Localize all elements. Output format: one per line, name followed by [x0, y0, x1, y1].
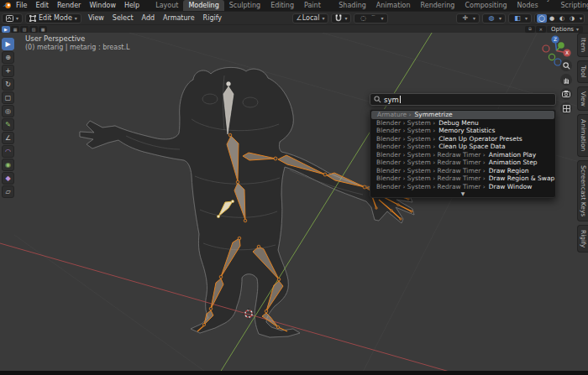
- chevron-down-icon: ▾: [576, 26, 579, 32]
- result-path: Blender › System › Redraw Timer ›: [376, 174, 486, 182]
- search-result-row[interactable]: Blender › System › Clean Up Operator Pre…: [370, 135, 555, 143]
- result-path: Blender › System ›: [376, 127, 435, 134]
- orientation-label: Local: [302, 14, 320, 22]
- viewport-menu-item[interactable]: Select: [108, 14, 138, 22]
- tool-button[interactable]: ◎: [2, 105, 14, 117]
- proportional-edit-toggle[interactable]: ◌ ⌒ ▾: [354, 13, 387, 23]
- perspective-toggle-button[interactable]: [560, 102, 572, 114]
- 3d-viewport[interactable]: User Perspective (0) metarig | metarig :…: [0, 33, 588, 371]
- options-dropdown[interactable]: Options ▾: [547, 26, 583, 33]
- axis-neg-x-ball: [543, 45, 549, 52]
- search-result-row[interactable]: Blender › System › Debug Menu: [370, 119, 555, 128]
- sidebar-tab[interactable]: Item: [577, 33, 588, 57]
- more-results-arrow[interactable]: ▼: [370, 190, 555, 196]
- search-input[interactable]: sym: [370, 93, 556, 106]
- xray-icon: ◧: [512, 13, 522, 23]
- viewport-menu-item[interactable]: Armature: [159, 14, 199, 22]
- top-menu-bar: FileEditRenderWindowHelp LayoutModelingS…: [0, 0, 588, 11]
- tool-button[interactable]: +: [2, 65, 14, 77]
- menu-item[interactable]: Window: [85, 1, 120, 10]
- workspace-tab[interactable]: Layout: [150, 0, 183, 11]
- tool-button[interactable]: ◉: [2, 159, 14, 171]
- tool-button[interactable]: ✎: [2, 118, 14, 131]
- result-path: Blender › System ›: [376, 143, 435, 150]
- tool-button[interactable]: ◠: [2, 145, 14, 158]
- result-path: Blender › System › Redraw Timer ›: [376, 151, 486, 159]
- chevron-down-icon: ▾: [322, 15, 324, 21]
- zoom-button[interactable]: [560, 60, 572, 71]
- shading-material-button[interactable]: ◐: [557, 14, 567, 23]
- workspace-tab[interactable]: Compositing: [459, 0, 512, 11]
- snap-toggle[interactable]: ▾: [331, 13, 351, 23]
- sidebar-tab[interactable]: Animation: [577, 114, 588, 156]
- workspace-tab[interactable]: Scripting: [555, 0, 588, 11]
- menu-item[interactable]: Render: [53, 1, 85, 10]
- workspace-tab[interactable]: Rendering: [416, 0, 460, 11]
- select-mode-difference-button[interactable]: ▨: [29, 26, 38, 33]
- workspace-tab[interactable]: Animation: [371, 0, 416, 11]
- overlays-dropdown[interactable]: ◍ ▾: [482, 13, 506, 23]
- result-name: Animation Step: [489, 159, 538, 166]
- tool-button[interactable]: ▢: [2, 91, 14, 104]
- mirror-icon[interactable]: ⧉: [525, 26, 535, 33]
- workspace-tab[interactable]: Texture Paint: [299, 0, 333, 11]
- menu-item[interactable]: Edit: [31, 1, 53, 10]
- tool-button[interactable]: ↻: [2, 78, 14, 91]
- sidebar-tab[interactable]: View: [577, 86, 588, 112]
- sidebar-tab[interactable]: Rigify: [577, 225, 588, 253]
- menu-item[interactable]: File: [12, 1, 31, 10]
- search-result-row[interactable]: Blender › System › Redraw Timer › Draw R…: [370, 174, 555, 183]
- show-gizmo-dropdown[interactable]: ✛ ▾: [456, 13, 480, 23]
- workspace-tab[interactable]: Geometry Nodes: [512, 0, 556, 11]
- select-mode-extend-button[interactable]: ▦: [11, 26, 19, 33]
- search-result-row[interactable]: Blender › System › Redraw Timer › Animat…: [370, 151, 555, 159]
- tool-button[interactable]: ▱: [2, 185, 14, 198]
- status-bar: [0, 371, 588, 375]
- workspace-tab[interactable]: Sculpting: [224, 0, 265, 11]
- search-result-row[interactable]: Blender › System › Clean Up Space Data: [370, 143, 555, 151]
- mirror-x-icon[interactable]: ✕: [536, 26, 546, 33]
- workspace-tab[interactable]: Shading: [333, 0, 371, 11]
- transform-orientation-dropdown[interactable]: ∠ Local ▾: [292, 13, 329, 23]
- grid-icon: [563, 105, 570, 112]
- result-name: Memory Statistics: [438, 127, 495, 134]
- shading-solid-button[interactable]: ●: [547, 14, 557, 23]
- search-result-row[interactable]: Blender › System › Redraw Timer › Draw R…: [370, 167, 555, 175]
- shading-wireframe-button[interactable]: ◯: [537, 14, 547, 23]
- workspace-tab[interactable]: Modeling: [183, 0, 223, 11]
- viewport-menu-item[interactable]: View: [84, 14, 108, 22]
- sidebar-tab[interactable]: Screencast Keys: [577, 160, 588, 221]
- tool-button[interactable]: ∠: [2, 132, 14, 144]
- 3d-cursor-icon: [243, 308, 255, 320]
- result-path: Blender › System › Redraw Timer ›: [376, 159, 486, 166]
- gizmo-icon: ✛: [460, 13, 470, 23]
- tool-button[interactable]: ⊕: [2, 51, 14, 64]
- chevron-down-icon: ▾: [344, 15, 347, 21]
- xray-dropdown[interactable]: ◧ ▾: [508, 13, 532, 23]
- select-mode-set-button[interactable]: ▶: [2, 26, 10, 33]
- sidebar-tab[interactable]: Tool: [577, 60, 588, 83]
- tool-button[interactable]: ▶: [2, 38, 14, 50]
- svg-text:Z: Z: [554, 36, 557, 42]
- editor-type-button[interactable]: ▾: [2, 13, 23, 23]
- select-mode-subtract-button[interactable]: ▧: [20, 26, 29, 33]
- camera-view-button[interactable]: [560, 88, 572, 100]
- mode-dropdown[interactable]: Edit Mode ▾: [25, 13, 81, 23]
- menu-item[interactable]: Help: [120, 1, 144, 10]
- search-result-row[interactable]: Blender › System › Redraw Timer › Animat…: [370, 159, 555, 167]
- search-result-row[interactable]: Blender › System › Memory Statistics: [370, 127, 555, 135]
- mode-label: Edit Mode: [39, 14, 72, 22]
- search-result-row[interactable]: Armature › Symmetrize: [371, 111, 554, 119]
- shading-rendered-button[interactable]: ◑: [567, 14, 577, 23]
- viewport-menu-item[interactable]: Add: [138, 14, 160, 22]
- workspace-tab[interactable]: UV Editing: [265, 0, 299, 11]
- viewport-menu-item[interactable]: Rigify: [199, 14, 227, 22]
- tool-button[interactable]: ◆: [2, 172, 14, 185]
- search-result-row[interactable]: Blender › System › Redraw Timer › Draw W…: [370, 183, 555, 191]
- chevron-down-icon: ▾: [580, 15, 582, 21]
- edit-mode-icon: [29, 15, 36, 22]
- select-mode-intersect-button[interactable]: ▩: [39, 26, 47, 33]
- camera-icon: [562, 91, 570, 97]
- pan-button[interactable]: [560, 74, 572, 86]
- blender-logo-icon[interactable]: [3, 1, 12, 10]
